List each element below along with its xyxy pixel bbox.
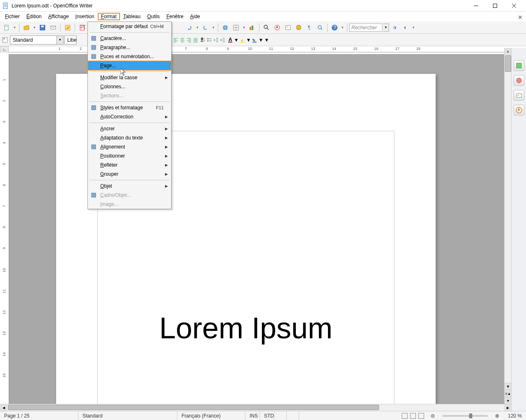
paragraph-style-combo[interactable]: Standard▼ (10, 35, 64, 45)
scroll-left-button[interactable]: ◀ (0, 404, 7, 411)
menu-item-styles-et-formatage[interactable]: Styles et formatageF11 (88, 103, 171, 112)
sidebar-styles-button[interactable] (514, 75, 524, 86)
menu-item-colonnes-[interactable]: Colonnes... (88, 82, 171, 91)
menu-item-adaptation-du-texte[interactable]: Adaptation du texte▶ (88, 133, 171, 142)
vertical-ruler[interactable]: 123456789101112131415 (0, 54, 9, 411)
menu-item-ancrer[interactable]: Ancrer▶ (88, 124, 171, 133)
navigator-button[interactable] (272, 23, 282, 33)
search-next-button[interactable] (401, 23, 410, 33)
view-layout-buttons[interactable] (399, 413, 427, 419)
menu-item-grouper[interactable]: Grouper▶ (88, 170, 171, 179)
email-button[interactable] (48, 23, 58, 33)
nav-browse-button[interactable]: ● (505, 397, 512, 404)
search-prev-button[interactable] (390, 23, 400, 33)
prev-page-button[interactable]: ≡▲ (505, 390, 512, 397)
gallery-button[interactable] (283, 23, 293, 33)
hyperlink-button[interactable] (220, 23, 230, 33)
open-button[interactable] (21, 23, 31, 33)
menu-fenêtre[interactable]: Fenêtre (163, 13, 186, 20)
increase-indent-button[interactable] (220, 37, 226, 43)
menu-item-formatage-par-d-faut[interactable]: Formatage par défautCtrl+M (88, 22, 171, 31)
menu-item-refl-ter[interactable]: Refléter▶ (88, 160, 171, 170)
show-draw-button[interactable] (247, 23, 257, 33)
combo-arrow-icon[interactable]: ▼ (57, 36, 63, 44)
datasources-button[interactable] (294, 23, 304, 33)
table-button[interactable] (231, 23, 241, 33)
sidebar-properties-button[interactable] (514, 60, 524, 71)
bg-color-button[interactable] (252, 37, 257, 43)
menu-format[interactable]: Format (98, 13, 120, 20)
zoom-button[interactable] (315, 23, 325, 33)
align-justify-button[interactable] (193, 37, 198, 43)
new-doc-dropdown[interactable]: ▼ (12, 26, 17, 29)
status-selection-mode[interactable]: STD (260, 411, 274, 420)
sidebar-navigator-button[interactable] (514, 105, 524, 116)
menu-tableau[interactable]: Tableau (120, 13, 144, 20)
find-button[interactable] (262, 23, 271, 33)
status-insert-mode[interactable]: INS (245, 411, 260, 420)
minimize-button[interactable] (467, 0, 486, 12)
table-dropdown[interactable]: ▼ (242, 26, 246, 29)
menu-item-positionner[interactable]: Positionner▶ (88, 151, 171, 160)
font-color-dropdown[interactable]: ▼ (234, 37, 239, 43)
horizontal-ruler[interactable]: 123456789101112131415161718 (9, 46, 526, 52)
menu-outils[interactable]: Outils (144, 13, 163, 20)
bg-color-dropdown[interactable]: ▼ (258, 37, 263, 43)
status-language[interactable]: Français (France) (177, 411, 245, 420)
scroll-down-button[interactable]: ▼ (505, 383, 512, 390)
menu-aide[interactable]: Aide (187, 13, 203, 20)
font-color-button[interactable]: A (227, 37, 233, 43)
menu-item-page-[interactable]: Page... (88, 61, 171, 70)
menu-insertion[interactable]: Insertion (72, 13, 98, 20)
status-zoom[interactable]: 120 % (503, 411, 526, 420)
maximize-button[interactable] (486, 0, 505, 12)
menu-fichier[interactable]: Fichier (2, 13, 23, 20)
align-center-button[interactable] (179, 37, 185, 43)
open-dropdown[interactable]: ▼ (32, 26, 37, 29)
horizontal-scrollbar[interactable]: ◀ ▶ (0, 404, 511, 411)
edit-file-button[interactable] (63, 23, 73, 33)
menu-édition[interactable]: Édition (23, 13, 45, 20)
zoom-in-button[interactable]: ⊕ (495, 413, 499, 419)
menu-item-autocorrection[interactable]: AutoCorrection▶ (88, 112, 171, 121)
numbering-button[interactable]: 12 (200, 37, 206, 43)
highlight-dropdown[interactable]: ▼ (246, 37, 251, 43)
menu-item-modifier-la-casse[interactable]: Modifier la casse▶ (88, 73, 171, 82)
align-left-button[interactable] (173, 37, 179, 43)
sidebar-gallery-button[interactable] (514, 90, 524, 101)
align-right-button[interactable] (186, 37, 192, 43)
decrease-indent-button[interactable] (213, 37, 219, 43)
menu-item-puces-et-num-rotation-[interactable]: Puces et numérotation... (88, 52, 171, 61)
undo-button[interactable] (184, 23, 194, 33)
menu-item-paragraphe-[interactable]: Paragraphe... (88, 43, 171, 52)
save-button[interactable] (38, 23, 47, 33)
scroll-up-button[interactable]: ▲ (505, 48, 511, 55)
highlight-button[interactable] (240, 37, 245, 43)
menu-item-alignement[interactable]: Alignement▶ (88, 142, 171, 151)
nonprinting-button[interactable]: ¶ (304, 23, 314, 33)
styles-window-button[interactable] (2, 37, 8, 43)
zoom-slider[interactable] (442, 415, 488, 417)
status-style[interactable]: Standard (78, 411, 177, 420)
scroll-thumb[interactable] (505, 55, 511, 72)
toolbar-overflow[interactable]: ▼ (411, 26, 416, 29)
search-dropdown[interactable]: ▼ (383, 24, 389, 32)
status-page[interactable]: Page 1 / 25 (0, 411, 78, 420)
document-close-button[interactable]: ✕ (518, 14, 523, 21)
status-signature[interactable] (287, 411, 299, 420)
new-doc-button[interactable] (2, 23, 12, 33)
help-button[interactable]: ? (330, 23, 340, 33)
undo-dropdown[interactable]: ▼ (195, 26, 200, 29)
close-button[interactable] (505, 0, 524, 12)
font-name-combo[interactable]: Libe (64, 35, 77, 45)
help-dropdown[interactable]: ▼ (340, 26, 345, 29)
menu-item-objet[interactable]: Objet▶ (88, 182, 171, 191)
bullets-button[interactable] (207, 37, 212, 43)
hscroll-thumb[interactable] (8, 405, 379, 410)
menu-item-caract-re-[interactable]: Caractère... (88, 34, 171, 43)
scroll-right-button[interactable]: ▶ (504, 404, 511, 411)
search-input[interactable]: Rechercher (349, 24, 382, 32)
fmt-toolbar-overflow[interactable]: ▼ (264, 37, 269, 43)
vertical-scrollbar[interactable]: ▲ ▼ ≡▲ ● ≡▼ (504, 48, 511, 411)
menu-affichage[interactable]: Affichage (45, 13, 72, 20)
